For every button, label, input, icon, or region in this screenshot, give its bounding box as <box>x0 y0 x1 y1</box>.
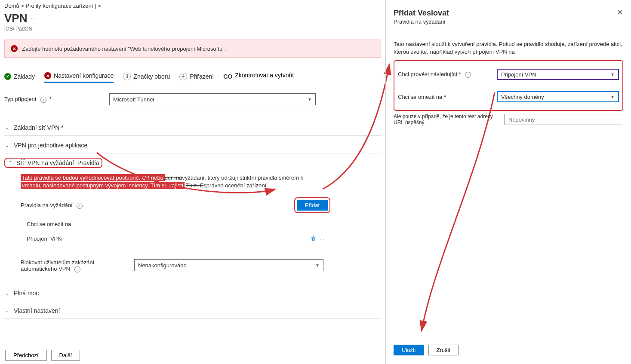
rules-column-header: Chci se omezit na <box>21 217 330 231</box>
chevron-down-icon: ⌄ <box>4 143 9 148</box>
add-button-highlight: Přidat <box>294 197 330 213</box>
section-base-vpn[interactable]: ⌄ Základní síť VPN * <box>4 120 381 136</box>
conn-type-label: Typ připojení i <box>4 96 103 103</box>
select-value: Nenakonfigurováno <box>138 262 187 269</box>
info-icon[interactable]: i <box>77 203 83 209</box>
add-rule-panel: ✕ Přidat Veslovat Pravidla na vyžádání T… <box>385 0 631 364</box>
step-scope[interactable]: 3 Značky oboru <box>123 70 170 83</box>
url-test-input[interactable] <box>505 114 623 125</box>
step-label: Přiřazení <box>190 73 214 80</box>
section-perapp-vpn[interactable]: ⌄ VPN pro jednotlivé aplikace <box>4 138 381 153</box>
restrict-label: Chci se omezit na * <box>398 94 492 100</box>
step-prefix: CO <box>223 73 232 80</box>
page-title: VPN <box>4 12 27 25</box>
step-config[interactable]: ✕ Nastavení konfigurace <box>44 70 114 83</box>
step-label: Značky oboru <box>133 73 170 80</box>
step-label: Základy <box>14 73 35 80</box>
step-review[interactable]: CO Review + create Zkontrolovat a vytvoř… <box>223 70 278 83</box>
info-icon[interactable]: i <box>465 72 471 78</box>
panel-title: Přidat Veslovat <box>394 9 623 18</box>
rules-table: Chci se omezit na Připojení VPN 🗑 ··· <box>21 217 330 246</box>
step-label: Nastavení konfigurace <box>54 72 114 79</box>
action-select[interactable]: Připojení VPN ▼ <box>497 69 619 80</box>
block-auto-select[interactable]: Nenakonfigurováno ▼ <box>134 259 323 271</box>
section-title: VPN pro jednotlivé aplikace <box>14 142 87 149</box>
close-icon[interactable]: ✕ <box>617 8 623 17</box>
check-icon: ✓ <box>4 73 11 80</box>
breadcrumb[interactable]: Domů > Profily konfigurace zařízení | > <box>4 0 381 12</box>
save-button[interactable]: Uložit <box>394 345 424 355</box>
step-label: Zkontrolovat a vytvořit <box>235 72 294 79</box>
chevron-down-icon: ▼ <box>308 97 312 102</box>
rule-fields-highlight: Chci provést následující * i Připojení V… <box>394 60 623 111</box>
section-tag: Pravidla <box>77 159 99 166</box>
info-icon[interactable]: i <box>40 97 46 103</box>
error-icon: ✕ <box>44 72 51 79</box>
action-label: Chci provést následující * i <box>398 71 492 78</box>
step-number-icon: 3 <box>123 73 131 80</box>
section-custom[interactable]: ⌄ Vlastní nastavení <box>4 303 381 319</box>
chevron-down-icon: ⌄ <box>4 291 9 296</box>
more-icon[interactable]: ··· <box>320 236 324 242</box>
section-ondemand-vpn[interactable]: ⌃ SÍŤ VPN na vyžádání Pravidla <box>4 158 102 168</box>
chevron-down-icon: ▼ <box>610 95 615 99</box>
ondemand-description: Tato pravidla se budou vyhodnocovat post… <box>21 174 330 190</box>
restrict-select[interactable]: Všechny domény ▼ <box>497 91 619 102</box>
panel-description: Tato nastavení slouží k vytvoření pravid… <box>394 40 623 56</box>
cancel-button[interactable]: Zrušit <box>428 345 459 355</box>
page-subtitle: iOS/iPadOS <box>4 26 381 32</box>
block-auto-label: Blokovat uživatelům zakázání automatické… <box>21 259 128 272</box>
section-title: Plná moc <box>14 290 39 297</box>
section-title: Základní síť VPN * <box>14 124 64 131</box>
info-icon[interactable]: i <box>74 266 80 272</box>
chevron-up-icon: ⌃ <box>8 160 13 166</box>
chevron-down-icon: ▼ <box>610 72 615 77</box>
select-value: Připojení VPN <box>501 71 536 78</box>
step-basics[interactable]: ✓ Základy <box>4 70 35 83</box>
add-rule-button[interactable]: Přidat <box>297 200 328 211</box>
url-test-label: Ale pouze v případě, že je tento test ad… <box>394 113 500 125</box>
error-icon: ✕ <box>11 45 18 52</box>
select-value: Všechny domény <box>501 94 544 100</box>
delete-icon[interactable]: 🗑 <box>311 236 316 242</box>
table-row[interactable]: Připojení VPN 🗑 ··· <box>21 231 330 246</box>
step-number-icon: 4 <box>179 73 187 80</box>
step-strike: Review + create Zkontrolovat a vytvořit <box>235 73 278 80</box>
more-icon[interactable]: ··· <box>31 15 36 22</box>
ondemand-rules-label: Pravidla na vyžádání i <box>21 202 83 209</box>
section-proxy[interactable]: ⌄ Plná moc <box>4 285 381 301</box>
section-title: Vlastní nastavení <box>14 307 60 314</box>
chevron-down-icon: ▼ <box>315 263 320 268</box>
select-value: Microsoft Tunnel <box>113 96 154 103</box>
section-title: SÍŤ VPN na vyžádání <box>16 159 74 166</box>
chevron-down-icon: ⌄ <box>4 125 9 131</box>
validation-alert: ✕ Zadejte hodnotu požadovaného nastavení… <box>4 40 381 58</box>
alert-text: Zadejte hodnotu požadovaného nastavení "… <box>22 46 226 52</box>
rule-cell: Připojení VPN <box>27 236 62 242</box>
step-assign[interactable]: 4 Přiřazení <box>179 70 214 83</box>
wizard-steps: ✓ Základy ✕ Nastavení konfigurace 3 Znač… <box>4 70 381 84</box>
conn-type-select[interactable]: Microsoft Tunnel ▼ <box>109 93 316 105</box>
next-button[interactable]: Další <box>51 350 80 361</box>
previous-button[interactable]: Předchozí <box>5 350 47 361</box>
panel-subtitle: Pravidla na vyžádání <box>394 18 623 25</box>
chevron-down-icon: ⌄ <box>4 308 9 314</box>
